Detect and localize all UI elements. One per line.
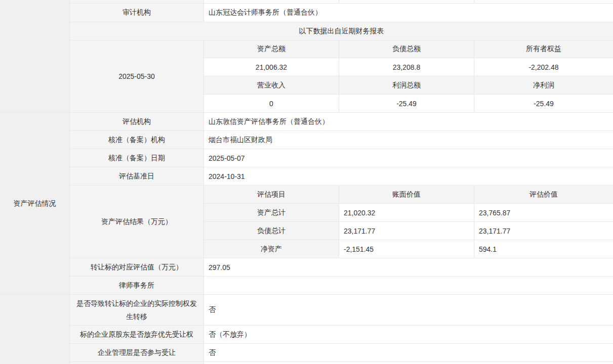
financial-report-date: 2025-05-30: [70, 40, 204, 113]
approval-org-value: 烟台市福山区财政局: [204, 131, 613, 149]
result-assessed-total-liabilities: 23,171.77: [474, 222, 613, 240]
financial-header-operating-revenue: 营业收入: [204, 76, 339, 95]
result-book-net-assets: -2,151.45: [339, 240, 474, 258]
disclosure-table: 资产评估情况 审计机构 山东冠达会计师事务所（普通合伙） 以下数据出自近期财务报…: [0, 0, 613, 364]
sidebar-section-label: 资产评估情况: [14, 199, 56, 208]
partial-row-cell-1: [204, 0, 339, 4]
result-item-net-assets: 净资产: [204, 240, 339, 258]
approval-org-label: 核准（备案）机构: [70, 131, 204, 149]
financial-header-net-profit: 净利润: [474, 76, 613, 95]
sidebar-section-above: [0, 0, 70, 113]
financial-value-total-profit: -25.49: [339, 95, 474, 113]
financial-header-total-profit: 利润总额: [339, 76, 474, 95]
sidebar-section-asset-evaluation: 资产评估情况: [0, 113, 70, 295]
audit-org-label: 审计机构: [70, 4, 204, 22]
partial-row-cell-2: [339, 0, 474, 4]
base-date-label: 评估基准日: [70, 167, 204, 186]
audit-org-value: 山东冠达会计师事务所（普通合伙）: [204, 4, 613, 22]
management-participate-value: 否: [204, 344, 613, 362]
evaluation-result-label: 资产评估结果（万元）: [70, 186, 204, 258]
financial-header-total-liabilities: 负债总额: [339, 40, 474, 58]
financial-value-total-liabilities: 23,208.8: [339, 58, 474, 76]
result-assessed-total-assets: 23,765.87: [474, 204, 613, 222]
financial-data-notice: 以下数据出自近期财务报表: [70, 22, 613, 40]
control-transfer-label: 是否导致转让标的企业的实际控制权发生转移: [70, 295, 204, 326]
management-participate-label: 企业管理层是否参与受让: [70, 344, 204, 362]
partial-bottom-value-cell: [204, 362, 613, 364]
law-firm-label: 律师事务所: [70, 277, 204, 295]
financial-value-owners-equity: -2,202.48: [474, 58, 613, 76]
transfer-target-value-label: 转让标的对应评估值（万元）: [70, 258, 204, 277]
evaluation-org-value: 山东敦信资产评估事务所（普通合伙）: [204, 113, 613, 131]
law-firm-value: [204, 277, 613, 295]
financial-value-operating-revenue: 0: [204, 95, 339, 113]
waive-right-value: 否（不放弃）: [204, 326, 613, 344]
partial-bottom-label-cell: [70, 362, 204, 364]
partial-row-cell-3: [474, 0, 613, 4]
control-transfer-value: 否: [204, 295, 613, 326]
result-header-item: 评估项目: [204, 186, 339, 204]
result-book-total-assets: 21,020.32: [339, 204, 474, 222]
financial-header-owners-equity: 所有者权益: [474, 40, 613, 58]
result-item-total-assets: 资产总计: [204, 204, 339, 222]
financial-header-total-assets: 资产总额: [204, 40, 339, 58]
approval-date-label: 核准（备案）日期: [70, 149, 204, 167]
waive-right-label: 标的企业原股东是否放弃优先受让权: [70, 326, 204, 344]
base-date-value: 2024-10-31: [204, 167, 613, 186]
financial-value-net-profit: -25.49: [474, 95, 613, 113]
transfer-target-value: 297.05: [204, 258, 613, 277]
result-header-assessed-value: 评估价值: [474, 186, 613, 204]
result-book-total-liabilities: 23,171.77: [339, 222, 474, 240]
financial-value-total-assets: 21,006.32: [204, 58, 339, 76]
result-item-total-liabilities: 负债总计: [204, 222, 339, 240]
approval-date-value: 2025-05-07: [204, 149, 613, 167]
sidebar-section-below: [0, 295, 70, 364]
result-header-book-value: 账面价值: [339, 186, 474, 204]
result-assessed-net-assets: 594.1: [474, 240, 613, 258]
partial-row-label-cell: [70, 0, 204, 4]
evaluation-org-label: 评估机构: [70, 113, 204, 131]
